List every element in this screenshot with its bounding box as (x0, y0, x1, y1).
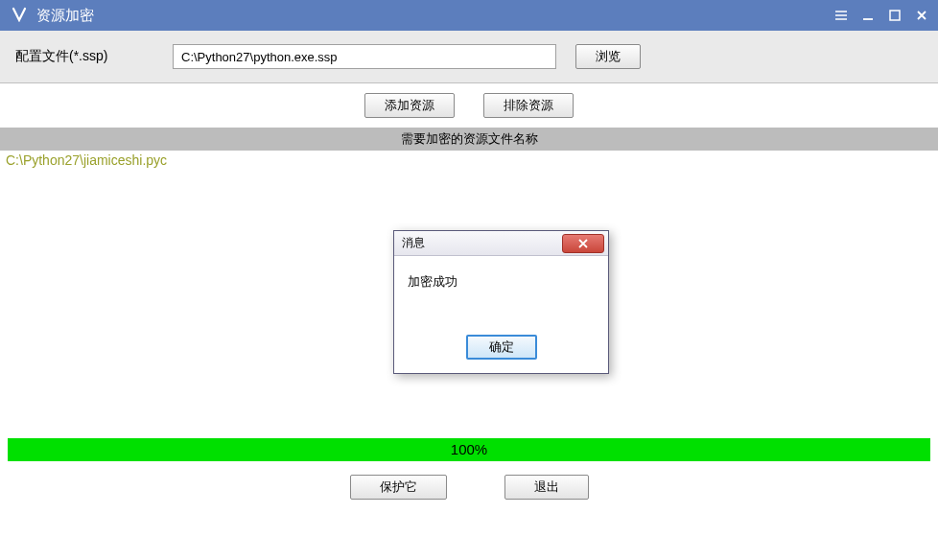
config-path-input[interactable] (173, 44, 556, 69)
titlebar-left: 资源加密 (12, 7, 94, 25)
dialog-message: 加密成功 (408, 274, 457, 289)
dialog-ok-button[interactable]: 确定 (466, 335, 537, 360)
action-row: 添加资源 排除资源 (0, 83, 938, 128)
close-icon[interactable] (913, 7, 930, 24)
config-row: 配置文件(*.ssp) 浏览 (0, 31, 938, 83)
browse-button[interactable]: 浏览 (575, 44, 641, 69)
titlebar-controls (832, 7, 930, 24)
remove-resource-button[interactable]: 排除资源 (483, 93, 574, 118)
progress-bar: 100% (8, 438, 930, 461)
list-item[interactable]: C:\Python27\jiamiceshi.pyc (0, 151, 938, 170)
window-title: 资源加密 (36, 7, 94, 25)
dialog-close-button[interactable] (562, 234, 604, 253)
exit-button[interactable]: 退出 (504, 475, 589, 500)
config-label: 配置文件(*.ssp) (10, 48, 153, 65)
bottom-row: 保护它 退出 (0, 461, 938, 500)
dialog-footer: 确定 (394, 323, 608, 373)
message-dialog: 消息 加密成功 确定 (393, 230, 609, 374)
progress-text: 100% (451, 441, 487, 457)
dialog-title: 消息 (402, 235, 425, 251)
app-logo-icon (12, 7, 27, 25)
dialog-body: 加密成功 (394, 256, 608, 323)
maximize-icon[interactable] (886, 7, 903, 24)
resource-list-header: 需要加密的资源文件名称 (0, 128, 938, 151)
titlebar: 资源加密 (0, 0, 938, 31)
protect-button[interactable]: 保护它 (350, 475, 447, 500)
minimize-icon[interactable] (859, 7, 877, 24)
menu-icon[interactable] (832, 7, 850, 24)
add-resource-button[interactable]: 添加资源 (364, 93, 455, 118)
svg-rect-0 (890, 11, 900, 20)
dialog-titlebar: 消息 (394, 231, 608, 256)
